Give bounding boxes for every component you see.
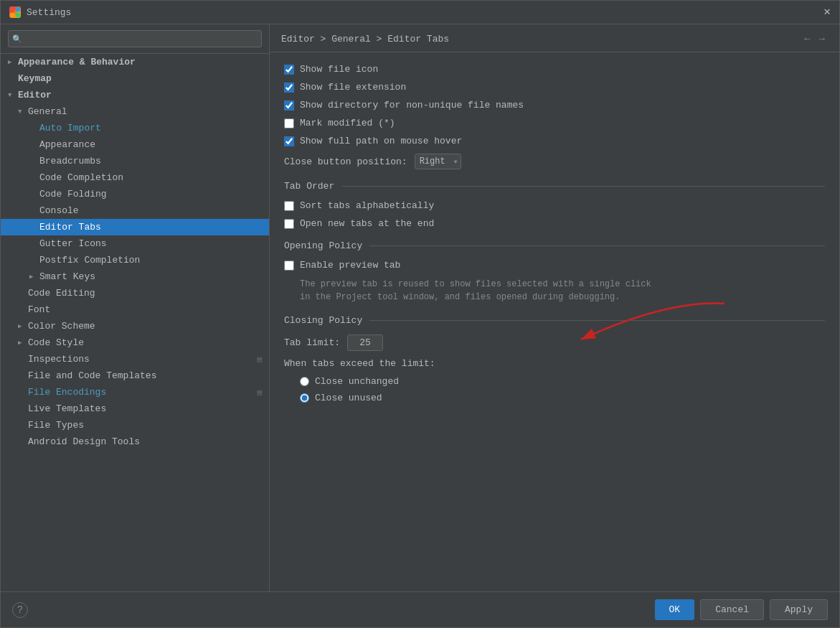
sidebar-item-color-scheme[interactable]: ▶ Color Scheme <box>1 318 269 334</box>
sidebar-item-keymap[interactable]: Keymap <box>1 70 269 87</box>
radio-close-unchanged: Close unchanged <box>300 376 825 387</box>
close-button-position-select[interactable]: Right Left None <box>415 154 461 169</box>
checkbox-input-open-end[interactable] <box>284 219 294 229</box>
sidebar-item-breadcrumbs[interactable]: Breadcrumbs <box>1 153 269 169</box>
expand-icon: ▶ <box>8 58 15 66</box>
sidebar-item-postfix-completion[interactable]: Postfix Completion <box>1 252 269 268</box>
svg-rect-2 <box>10 13 14 17</box>
close-button-position-select-wrapper: Right Left None <box>415 154 461 169</box>
exceed-limit-label: When tabs exceed the limit: <box>284 358 435 369</box>
checkbox-show-full-path: Show full path on mouse hover <box>284 136 825 146</box>
sidebar-item-inspections[interactable]: Inspections ▤ <box>1 351 269 367</box>
svg-rect-3 <box>16 13 20 17</box>
sidebar-item-file-encodings[interactable]: File Encodings ▤ <box>1 384 269 400</box>
sidebar-item-label: Color Scheme <box>28 321 95 332</box>
sidebar-item-appearance[interactable]: Appearance <box>1 136 269 153</box>
search-wrapper: 🔍 <box>8 30 262 47</box>
footer-buttons: OK Cancel Apply <box>655 599 828 620</box>
sidebar-item-appearance-behavior[interactable]: ▶ Appearance & Behavior <box>1 54 269 70</box>
radio-label: Close unused <box>315 393 382 403</box>
help-button[interactable]: ? <box>12 602 28 618</box>
sidebar-item-label: Code Completion <box>39 172 123 183</box>
sidebar-item-code-style[interactable]: ▶ Code Style <box>1 334 269 351</box>
sidebar-item-file-types[interactable]: File Types <box>1 417 269 433</box>
checkbox-label: Show file extension <box>300 82 406 93</box>
section-title: Closing Policy <box>284 315 362 326</box>
sidebar-item-editor[interactable]: ▼ Editor <box>1 87 269 103</box>
opening-policy-section: Opening Policy <box>284 240 825 251</box>
checkbox-sort-alphabetically: Sort tabs alphabetically <box>284 200 825 211</box>
sidebar-item-label: Appearance & Behavior <box>18 57 136 67</box>
expand-icon: ▶ <box>18 322 25 330</box>
checkbox-input-show-directory[interactable] <box>284 100 294 111</box>
radio-input-close-unused[interactable] <box>300 393 309 403</box>
checkbox-input-show-file-extension[interactable] <box>284 83 294 93</box>
right-panel: Editor > General > Editor Tabs ← → Show … <box>270 24 839 591</box>
checkbox-label: Show full path on mouse hover <box>300 136 462 146</box>
sidebar-item-live-templates[interactable]: Live Templates <box>1 400 269 417</box>
sidebar-item-smart-keys[interactable]: ▶ Smart Keys <box>1 268 269 285</box>
sidebar-item-label: Android Design Tools <box>28 436 140 447</box>
sidebar-item-label: Auto Import <box>39 123 101 133</box>
sidebar-item-label: Inspections <box>28 354 90 365</box>
sidebar-item-label: Breadcrumbs <box>39 156 101 167</box>
section-title: Opening Policy <box>284 240 362 251</box>
radio-input-close-unchanged[interactable] <box>300 377 309 386</box>
sidebar-item-label: Font <box>28 304 50 315</box>
expand-icon: ▶ <box>18 339 25 347</box>
sidebar-item-auto-import[interactable]: Auto Import <box>1 120 269 136</box>
sidebar-item-code-folding[interactable]: Code Folding <box>1 186 269 202</box>
sidebar-item-code-completion[interactable]: Code Completion <box>1 169 269 186</box>
apply-button[interactable]: Apply <box>770 599 828 620</box>
breadcrumb: Editor > General > Editor Tabs <box>281 34 449 44</box>
footer: ? OK Cancel Apply <box>1 591 839 627</box>
expand-icon: ▶ <box>29 273 37 281</box>
sidebar-item-label: Editor Tabs <box>39 222 101 233</box>
sidebar-item-label: Gutter Icons <box>39 238 107 249</box>
section-title: Tab Order <box>284 181 334 192</box>
settings-icon: ▤ <box>257 388 262 397</box>
checkbox-label: Show file icon <box>300 64 378 75</box>
search-input[interactable] <box>8 30 262 47</box>
ok-button[interactable]: OK <box>655 599 695 620</box>
checkbox-input-mark-modified[interactable] <box>284 118 294 128</box>
sidebar-item-font[interactable]: Font <box>1 301 269 318</box>
checkbox-show-file-icon: Show file icon <box>284 64 825 75</box>
close-button-position-row: Close button position: Right Left None <box>284 154 825 169</box>
svg-rect-1 <box>16 7 20 11</box>
sidebar-item-label: Code Editing <box>28 288 95 299</box>
sidebar-item-code-editing[interactable]: Code Editing <box>1 285 269 301</box>
sidebar-item-console[interactable]: Console <box>1 202 269 219</box>
radio-label: Close unchanged <box>315 376 399 387</box>
checkbox-input-show-file-icon[interactable] <box>284 65 294 75</box>
nav-arrows: ← → <box>801 32 828 46</box>
sidebar-item-file-code-templates[interactable]: File and Code Templates <box>1 367 269 384</box>
checkbox-input-enable-preview[interactable] <box>284 261 294 271</box>
settings-icon: ▤ <box>257 355 262 364</box>
sidebar-item-gutter-icons[interactable]: Gutter Icons <box>1 235 269 252</box>
tab-limit-label: Tab limit: <box>284 337 340 348</box>
back-arrow[interactable]: ← <box>801 32 813 46</box>
checkbox-label: Mark modified (*) <box>300 118 395 128</box>
search-box: 🔍 <box>1 24 269 54</box>
checkbox-label: Show directory for non-unique file names <box>300 100 524 111</box>
red-arrow-svg <box>538 296 739 354</box>
sidebar-item-general[interactable]: ▼ General <box>1 103 269 120</box>
cancel-button[interactable]: Cancel <box>700 599 764 620</box>
checkbox-show-directory: Show directory for non-unique file names <box>284 100 825 111</box>
tab-limit-input[interactable] <box>347 334 383 351</box>
checkbox-input-show-full-path[interactable] <box>284 136 294 146</box>
close-button[interactable]: ✕ <box>824 6 831 18</box>
checkbox-label: Sort tabs alphabetically <box>300 200 434 211</box>
forward-arrow[interactable]: → <box>816 32 828 46</box>
svg-rect-0 <box>10 7 14 11</box>
sidebar-item-label: File Encodings <box>28 387 106 398</box>
sidebar-item-android-design-tools[interactable]: Android Design Tools <box>1 433 269 450</box>
sidebar-item-editor-tabs[interactable]: Editor Tabs <box>1 219 269 235</box>
checkbox-enable-preview: Enable preview tab <box>284 260 825 271</box>
checkbox-label: Open new tabs at the end <box>300 218 434 229</box>
checkbox-input-sort-alphabetically[interactable] <box>284 201 294 211</box>
window-title: Settings <box>27 7 71 18</box>
radio-close-unused: Close unused <box>300 393 825 403</box>
sidebar-tree: ▶ Appearance & Behavior Keymap ▼ Editor … <box>1 54 269 591</box>
